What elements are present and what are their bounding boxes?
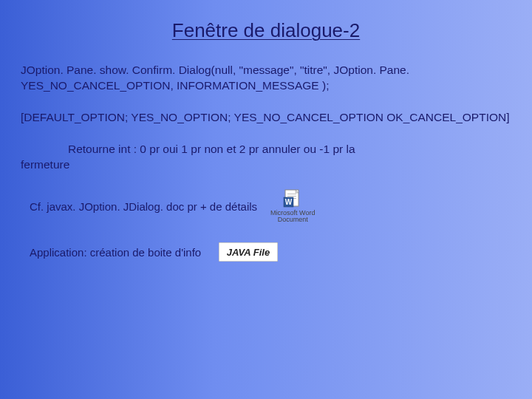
application-text: Application: création de boite d'info <box>30 246 201 259</box>
word-caption-line2: Document <box>278 216 308 223</box>
return-description: Retourne int : 0 pr oui 1 pr non et 2 pr… <box>21 142 511 173</box>
cf-row: Cf. javax. JOption. JDialog. doc pr + de… <box>30 189 511 224</box>
svg-rect-2 <box>287 194 296 194</box>
return-line2: fermeture <box>21 158 69 171</box>
svg-text:JAVA File: JAVA File <box>227 247 270 258</box>
code-snippet: JOption. Pane. show. Confirm. Dialog(nul… <box>21 63 511 94</box>
return-line1: Retourne int : 0 pr oui 1 pr non et 2 pr… <box>21 143 355 155</box>
options-list: [DEFAULT_OPTION; YES_NO_OPTION; YES_NO_C… <box>21 110 511 126</box>
java-file-icon[interactable]: JAVA File <box>219 242 278 262</box>
svg-rect-3 <box>287 196 296 197</box>
slide: Fenêtre de dialogue-2 JOption. Pane. sho… <box>0 0 532 399</box>
application-row: Application: création de boite d'info JA… <box>30 242 511 262</box>
word-doc-icon[interactable]: W Microsoft Word Document <box>270 189 315 224</box>
svg-text:W: W <box>285 198 293 206</box>
cf-text: Cf. javax. JOption. JDialog. doc pr + de… <box>30 200 257 213</box>
slide-title: Fenêtre de dialogue-2 <box>21 19 511 42</box>
word-caption: Microsoft Word Document <box>270 210 315 224</box>
